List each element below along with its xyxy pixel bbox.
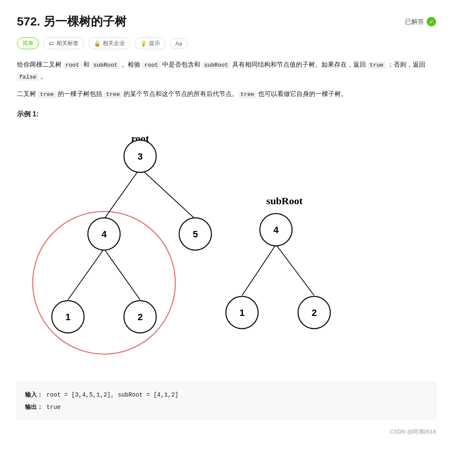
output-value: true <box>46 404 61 411</box>
example-title: 示例 1: <box>17 110 436 119</box>
input-label: 输入： <box>25 391 43 398</box>
svg-text:4: 4 <box>273 225 279 235</box>
subroot-label: subRoot <box>266 195 302 206</box>
diagram-container: root 3 4 5 1 2 subRoot <box>17 126 436 372</box>
font-button[interactable]: Aа <box>170 38 188 49</box>
lock-icon: 🔒 <box>94 40 101 47</box>
tree-diagram: root 3 4 5 1 2 subRoot <box>17 126 348 372</box>
svg-line-16 <box>276 245 314 296</box>
svg-text:1: 1 <box>65 312 70 322</box>
solved-badge: 已解答 ✓ <box>405 17 436 26</box>
output-label: 输出： <box>25 403 43 410</box>
svg-text:3: 3 <box>138 151 143 162</box>
svg-text:4: 4 <box>101 229 107 239</box>
svg-line-1 <box>104 168 140 219</box>
example-io: 输入： root = [3,4,5,1,2], subRoot = [4,1,2… <box>17 382 436 420</box>
footer: CSDN @阿璃0618 <box>17 428 436 436</box>
tag-icon: 🏷 <box>49 40 54 47</box>
desc-para-2: 二叉树 tree 的一棵子树包括 tree 的某个节点和这个节点的所有后代节点。… <box>17 88 436 100</box>
input-row: 输入： root = [3,4,5,1,2], subRoot = [4,1,2… <box>25 389 428 401</box>
svg-line-4 <box>104 249 140 300</box>
difficulty-tag[interactable]: 简单 <box>17 37 39 49</box>
hints-button[interactable]: 💡 提示 <box>135 37 166 49</box>
svg-text:2: 2 <box>312 307 317 318</box>
svg-line-3 <box>68 249 104 300</box>
svg-line-15 <box>242 245 276 296</box>
desc-para-1: 给你两棵二叉树 root 和 subRoot 。检验 root 中是否包含和 s… <box>17 59 436 83</box>
related-companies-button[interactable]: 🔒 相关企业 <box>88 37 130 49</box>
related-tags-button[interactable]: 🏷 相关标签 <box>43 37 84 49</box>
svg-text:2: 2 <box>138 312 143 322</box>
solved-check-icon: ✓ <box>427 17 436 26</box>
tags-row: 简单 🏷 相关标签 🔒 相关企业 💡 提示 Aа <box>17 37 436 49</box>
page-title: 572. 另一棵树的子树 <box>17 14 127 30</box>
input-value: root = [3,4,5,1,2], subRoot = [4,1,2] <box>46 392 178 398</box>
svg-line-2 <box>140 168 195 219</box>
svg-text:1: 1 <box>239 307 245 318</box>
description: 给你两棵二叉树 root 和 subRoot 。检验 root 中是否包含和 s… <box>17 59 436 100</box>
svg-text:5: 5 <box>193 229 198 239</box>
output-row: 输出： true <box>25 401 428 413</box>
hint-icon: 💡 <box>140 40 147 47</box>
